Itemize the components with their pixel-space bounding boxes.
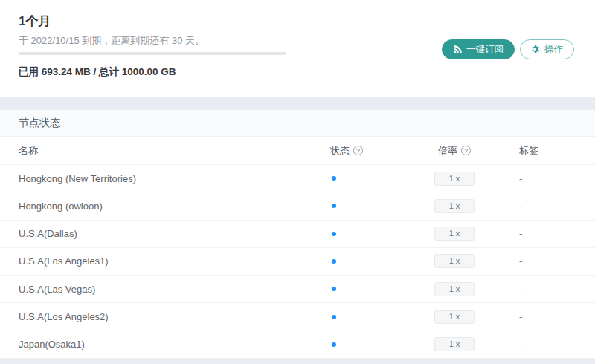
rate-badge: 1 x [434,199,475,213]
column-header-rate-label: 倍率 [438,144,457,157]
plan-usage-text: 已用 693.24 MB / 总计 1000.00 GB [19,65,176,79]
rate-badge: 1 x [434,254,475,268]
node-status-cell [312,232,428,236]
plan-buttons: 一键订阅 操作 [442,39,574,59]
gear-icon [531,45,541,54]
node-name: Japan(Osaka1) [0,339,312,350]
status-online-dot-icon [332,315,336,319]
node-status-cell [312,176,428,181]
node-tag: - [481,228,595,239]
node-tag: - [481,201,595,212]
rate-badge: 1 x [434,227,475,241]
node-rate-cell: 1 x [428,337,481,351]
node-name: U.S.A(Las Vegas) [0,284,312,295]
node-status-cell [312,287,428,291]
node-name: Hongkong (owloon) [0,201,312,212]
node-name: U.S.A(Dallas) [0,228,312,239]
rate-badge: 1 x [434,310,475,324]
rate-help-icon[interactable]: ? [461,146,471,155]
rate-badge: 1 x [434,337,475,351]
node-status-cell [312,315,428,319]
table-row: U.S.A(Dallas) 1 x - [0,221,595,248]
plan-card: 1个月 于 2022/10/15 到期，距离到期还有 30 天。 已用 693.… [0,0,595,97]
node-tag: - [481,339,595,350]
rate-badge: 1 x [434,282,475,296]
column-header-status: 状态 ? [330,144,363,157]
column-header-tag: 标签 [481,144,595,157]
node-name: U.S.A(Los Angeles1) [0,256,312,267]
rss-icon [453,45,463,54]
table-header-row: 名称 状态 ? 倍率 ? 标签 [0,137,595,165]
status-online-dot-icon [332,232,336,236]
subscribe-button-label: 一键订阅 [466,43,504,56]
node-name: Hongkong (New Territories) [0,173,312,184]
subscribe-button[interactable]: 一键订阅 [442,39,515,59]
node-name: U.S.A(Los Angeles2) [0,311,312,322]
node-tag: - [481,256,595,267]
node-rate-cell: 1 x [428,254,481,268]
node-rate-cell: 1 x [428,172,481,186]
node-tag: - [481,284,595,295]
node-rate-cell: 1 x [428,310,481,324]
status-online-dot-icon [332,287,336,291]
table-row: U.S.A(Los Angeles1) 1 x - [0,248,595,276]
node-rate-cell: 1 x [428,227,481,241]
node-status-card: 节点状态 名称 状态 ? 倍率 ? 标签 Hongkong (New Terri… [0,110,595,359]
table-row: U.S.A(Las Vegas) 1 x - [0,276,595,303]
node-status-cell [312,259,428,264]
status-online-dot-icon [332,176,336,181]
table-row: Japan(Osaka1) 1 x - [0,331,595,359]
node-tag: - [481,311,595,322]
status-help-icon[interactable]: ? [353,146,363,155]
node-tag: - [481,173,595,184]
column-header-status-label: 状态 [330,144,350,157]
status-online-dot-icon [332,259,336,264]
status-online-dot-icon [332,342,336,347]
node-rate-cell: 1 x [428,199,481,213]
plan-title: 1个月 [19,13,51,30]
table-row: Hongkong (New Territories) 1 x - [0,165,595,192]
actions-button-label: 操作 [544,43,563,56]
node-table: 名称 状态 ? 倍率 ? 标签 Hongkong (New Territorie… [0,137,595,359]
column-header-name: 名称 [0,144,312,157]
column-header-rate: 倍率 ? [438,144,471,157]
node-status-cell [312,204,428,208]
table-row: Hongkong (owloon) 1 x - [0,192,595,220]
actions-button[interactable]: 操作 [520,39,574,59]
node-status-section-title: 节点状态 [0,110,595,137]
status-online-dot-icon [332,204,336,208]
node-rate-cell: 1 x [428,282,481,296]
table-row: U.S.A(Los Angeles2) 1 x - [0,303,595,331]
node-status-cell [312,342,428,347]
plan-expiry-text: 于 2022/10/15 到期，距离到期还有 30 天。 [19,34,205,48]
usage-progress-bar [19,52,286,55]
table-body: Hongkong (New Territories) 1 x - Hongkon… [0,165,595,359]
rate-badge: 1 x [434,172,475,186]
